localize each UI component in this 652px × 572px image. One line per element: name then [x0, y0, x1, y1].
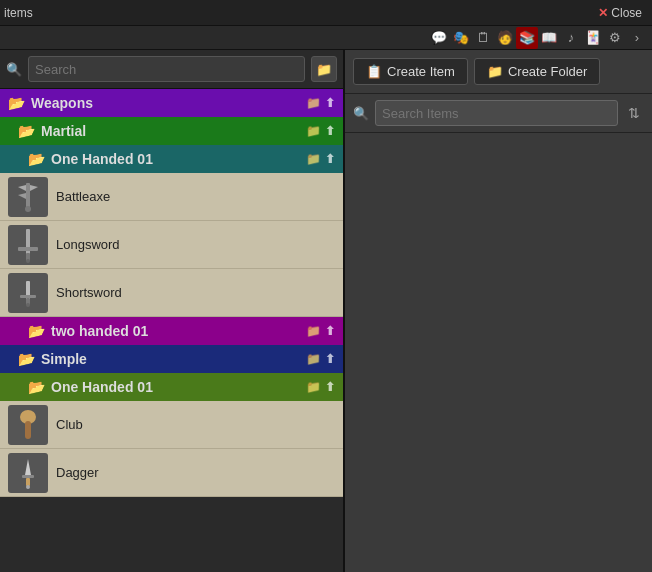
items-icon[interactable]: 📚 [516, 27, 538, 49]
right-panel: 📋 Create Item 📁 Create Folder 🔍 ⇅ [345, 50, 652, 572]
category-two-handed[interactable]: 📂 two handed 01 📁 ⬆ [0, 317, 343, 345]
create-folder-small-button[interactable]: 📁 [311, 56, 337, 82]
one-handed-2-actions: 📁 ⬆ [306, 380, 335, 394]
main-content: 🔍 📁 📂 Weapons 📁 ⬆ 📂 Martial 📁 ⬆ [0, 50, 652, 572]
journal-icon[interactable]: 📖 [538, 27, 560, 49]
item-thumb-battleaxe [8, 177, 48, 217]
search-input[interactable] [28, 56, 305, 82]
category-one-handed-2[interactable]: 📂 One Handed 01 📁 ⬆ [0, 373, 343, 401]
list-item[interactable]: Club [0, 401, 343, 449]
create-folder-label: Create Folder [508, 64, 587, 79]
one-handed-1-actions: 📁 ⬆ [306, 152, 335, 166]
martial-actions: 📁 ⬆ [306, 124, 335, 138]
category-one-handed-1[interactable]: 📂 One Handed 01 📁 ⬆ [0, 145, 343, 173]
svg-rect-2 [26, 229, 30, 255]
one-handed-1-import-icon[interactable]: 📁 [306, 152, 321, 166]
svg-point-5 [26, 259, 30, 263]
item-thumb-club [8, 405, 48, 445]
item-name-dagger: Dagger [56, 465, 99, 480]
item-name-longsword: Longsword [56, 237, 120, 252]
create-item-label: Create Item [387, 64, 455, 79]
right-content-area [345, 133, 652, 572]
right-toolbar: 📋 Create Item 📁 Create Folder [345, 50, 652, 94]
sort-icon[interactable]: ⇅ [624, 103, 644, 123]
close-button[interactable]: ✕ Close [592, 4, 648, 22]
item-thumb-longsword [8, 225, 48, 265]
svg-rect-3 [18, 247, 38, 251]
one-handed-1-export-icon[interactable]: ⬆ [325, 152, 335, 166]
item-thumb-dagger [8, 453, 48, 493]
right-search-icon: 🔍 [353, 106, 369, 121]
category-weapons[interactable]: 📂 Weapons 📁 ⬆ [0, 89, 343, 117]
collapse-icon[interactable]: › [626, 27, 648, 49]
actors-icon[interactable]: 🧑 [494, 27, 516, 49]
people-icon[interactable]: 🎭 [450, 27, 472, 49]
one-handed-2-items: Club Dagger [0, 401, 343, 497]
svg-rect-14 [26, 478, 30, 486]
window-title: items [4, 6, 592, 20]
list-item[interactable]: Battleaxe [0, 173, 343, 221]
weapons-export-icon[interactable]: ⬆ [325, 96, 335, 110]
two-handed-export-icon[interactable]: ⬆ [325, 324, 335, 338]
right-search-bar: 🔍 ⇅ [345, 94, 652, 133]
folder-icon: 📂 [28, 151, 45, 167]
two-handed-actions: 📁 ⬆ [306, 324, 335, 338]
create-item-button[interactable]: 📋 Create Item [353, 58, 468, 85]
martial-export-icon[interactable]: ⬆ [325, 124, 335, 138]
top-bar: items ✕ Close [0, 0, 652, 26]
two-handed-label: two handed 01 [51, 323, 300, 339]
list-item[interactable]: Longsword [0, 221, 343, 269]
create-item-icon: 📋 [366, 64, 382, 79]
search-icon: 🔍 [6, 62, 22, 77]
left-search-bar: 🔍 📁 [0, 50, 343, 89]
music-icon[interactable]: ♪ [560, 27, 582, 49]
chat-icon[interactable]: 💬 [428, 27, 450, 49]
simple-import-icon[interactable]: 📁 [306, 352, 321, 366]
simple-export-icon[interactable]: ⬆ [325, 352, 335, 366]
close-x-icon: ✕ [598, 6, 608, 20]
one-handed-1-items: Battleaxe Longsword [0, 173, 343, 317]
simple-label: Simple [41, 351, 300, 367]
map-icon[interactable]: 🗒 [472, 27, 494, 49]
martial-import-icon[interactable]: 📁 [306, 124, 321, 138]
folder-icon: 📂 [18, 351, 35, 367]
list-item[interactable]: Shortsword [0, 269, 343, 317]
category-simple[interactable]: 📂 Simple 📁 ⬆ [0, 345, 343, 373]
one-handed-1-label: One Handed 01 [51, 151, 300, 167]
one-handed-2-label: One Handed 01 [51, 379, 300, 395]
weapons-actions: 📁 ⬆ [306, 96, 335, 110]
svg-point-9 [26, 303, 30, 307]
simple-actions: 📁 ⬆ [306, 352, 335, 366]
one-handed-2-import-icon[interactable]: 📁 [306, 380, 321, 394]
left-panel: 🔍 📁 📂 Weapons 📁 ⬆ 📂 Martial 📁 ⬆ [0, 50, 345, 572]
one-handed-2-export-icon[interactable]: ⬆ [325, 380, 335, 394]
category-martial[interactable]: 📂 Martial 📁 ⬆ [0, 117, 343, 145]
item-name-club: Club [56, 417, 83, 432]
svg-point-15 [26, 485, 30, 489]
item-name-battleaxe: Battleaxe [56, 189, 110, 204]
create-folder-button[interactable]: 📁 Create Folder [474, 58, 600, 85]
svg-rect-11 [25, 421, 31, 439]
folder-icon: 📂 [28, 323, 45, 339]
martial-label: Martial [41, 123, 300, 139]
list-item[interactable]: Dagger [0, 449, 343, 497]
two-handed-import-icon[interactable]: 📁 [306, 324, 321, 338]
right-search-input[interactable] [375, 100, 618, 126]
close-label: Close [611, 6, 642, 20]
folder-icon: 📂 [8, 95, 25, 111]
icon-toolbar: 💬 🎭 🗒 🧑 📚 📖 ♪ 🃏 ⚙ › [0, 26, 652, 50]
item-thumb-shortsword [8, 273, 48, 313]
weapons-import-icon[interactable]: 📁 [306, 96, 321, 110]
svg-marker-12 [25, 459, 31, 477]
cards-icon[interactable]: 🃏 [582, 27, 604, 49]
svg-rect-13 [22, 475, 34, 478]
weapons-label: Weapons [31, 95, 300, 111]
create-folder-icon: 📁 [487, 64, 503, 79]
folder-icon: 📂 [28, 379, 45, 395]
svg-rect-7 [20, 295, 36, 298]
settings-icon[interactable]: ⚙ [604, 27, 626, 49]
item-name-shortsword: Shortsword [56, 285, 122, 300]
folder-icon: 📂 [18, 123, 35, 139]
svg-point-1 [25, 206, 31, 212]
left-scroll-area[interactable]: 📂 Weapons 📁 ⬆ 📂 Martial 📁 ⬆ 📂 One H [0, 89, 343, 572]
